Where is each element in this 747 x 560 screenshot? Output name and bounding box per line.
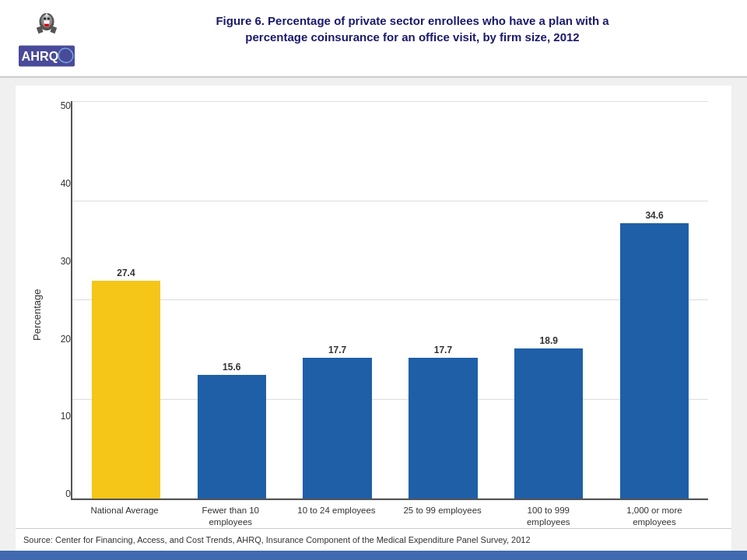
svg-text:AHRQ: AHRQ [22,49,59,63]
chart-inner: 01020304050 27.415.617.717.718.934.6 Nat… [47,101,708,528]
bar [409,358,477,499]
y-tick: 10 [47,411,71,421]
bar [514,348,583,499]
y-axis-label: Percentage [31,101,43,528]
bar [303,358,371,499]
bar-value-label: 17.7 [434,345,452,355]
title-line2: percentage coinsurance for an office vis… [245,30,579,44]
ahrq-logo: AHRQ [19,44,75,68]
x-axis-label: 10 to 24 employees [290,505,382,528]
title-area: Figure 6. Percentage of private sector e… [93,9,731,45]
hhs-logo [31,9,62,40]
x-axis-label: National Average [79,505,170,528]
x-labels: National AverageFewer than 10employees10… [71,500,708,528]
y-tick: 20 [47,334,71,344]
chart-area: Percentage 01020304050 27.415.617.717.71… [23,93,724,528]
source-text: Source: Center for Financing, Access, an… [16,528,731,551]
page: AHRQ Figure 6. Percentage of private sec… [0,0,747,560]
y-tick: 30 [47,257,71,266]
bar [198,375,266,499]
bar-value-label: 34.6 [645,210,663,221]
bar-value-label: 15.6 [223,362,240,373]
bar-value-label: 27.4 [117,268,135,278]
y-tick: 0 [47,489,71,499]
svg-point-6 [44,17,46,19]
logo-area: AHRQ [16,9,78,68]
bars-container: 27.415.617.717.718.934.6 [71,101,708,500]
bar-group: 34.6 [608,101,700,499]
svg-point-7 [47,17,50,19]
bar [620,223,689,499]
y-axis: 01020304050 [47,101,71,500]
bar-group: 17.7 [292,101,384,499]
title-line1: Figure 6. Percentage of private sector e… [216,14,608,27]
content: Percentage 01020304050 27.415.617.717.71… [16,86,731,528]
bar [92,281,160,499]
bar-group: 15.6 [186,101,278,499]
bars-row: 27.415.617.717.718.934.6 [72,101,708,499]
x-axis-label: 1,000 or moreemployees [608,505,700,528]
svg-rect-9 [44,20,49,23]
x-axis-label: 100 to 999employees [503,505,594,528]
chart-title: Figure 6. Percentage of private sector e… [93,12,731,45]
bar-value-label: 17.7 [328,345,346,355]
y-tick: 50 [47,101,71,110]
plot-area: 01020304050 27.415.617.717.718.934.6 [47,101,708,500]
footer-bar [0,551,747,560]
bar-group: 18.9 [503,101,594,499]
x-axis-label: 25 to 99 employees [397,505,489,528]
bar-group: 27.4 [80,101,172,499]
header: AHRQ Figure 6. Percentage of private sec… [0,0,747,78]
bar-value-label: 18.9 [540,335,558,346]
x-axis-label: Fewer than 10employees [184,505,276,528]
y-tick: 40 [47,179,71,188]
bar-group: 17.7 [397,101,489,499]
